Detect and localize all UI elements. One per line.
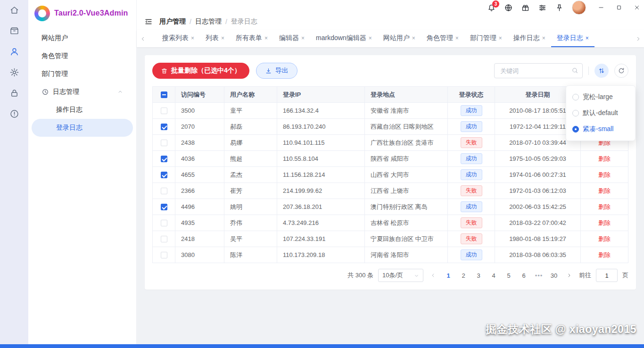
- lock-icon[interactable]: [6, 88, 22, 98]
- tab[interactable]: 部门管理 ×: [464, 30, 508, 47]
- delete-link[interactable]: 删除: [598, 155, 611, 162]
- tab[interactable]: markdown编辑器 ×: [310, 30, 378, 47]
- minimize-icon[interactable]: [598, 4, 604, 11]
- batch-delete-button[interactable]: 批量删除（已选中4个）: [152, 63, 249, 79]
- export-button[interactable]: 导出: [256, 63, 297, 79]
- table-row[interactable]: 2418 吴平 107.224.33.191 宁夏回族自治区 中卫市 失败 19…: [153, 231, 628, 247]
- tab-close-icon[interactable]: ×: [191, 35, 194, 41]
- tab[interactable]: 网站用户 ×: [378, 30, 421, 47]
- row-checkbox[interactable]: [161, 236, 167, 242]
- sliders-icon[interactable]: [538, 3, 547, 12]
- row-checkbox[interactable]: [161, 252, 167, 258]
- row-checkbox[interactable]: [161, 204, 167, 210]
- tab-label: 列表: [206, 34, 219, 42]
- users-icon[interactable]: [6, 46, 22, 57]
- tab[interactable]: 角色管理 ×: [421, 30, 464, 47]
- warning-icon[interactable]: [6, 108, 22, 119]
- sidebar-item-operation-log[interactable]: 操作日志: [32, 101, 133, 119]
- row-checkbox[interactable]: [161, 220, 167, 226]
- close-icon[interactable]: [634, 4, 640, 11]
- tab[interactable]: 所有表单 ×: [230, 30, 273, 47]
- row-checkbox[interactable]: [161, 172, 167, 178]
- sidebar-item-log-management[interactable]: 日志管理: [28, 83, 136, 101]
- sidebar-item-roles[interactable]: 角色管理: [28, 47, 136, 65]
- page-number[interactable]: 5: [504, 269, 514, 282]
- tabs-scroll-right-icon[interactable]: [632, 30, 644, 47]
- delete-link[interactable]: 删除: [598, 187, 611, 194]
- page-size-select[interactable]: 10条/页: [378, 269, 423, 282]
- tab[interactable]: 登录日志 ×: [551, 30, 594, 47]
- delete-link[interactable]: 删除: [598, 251, 611, 258]
- modules-icon[interactable]: [6, 25, 22, 36]
- maximize-icon[interactable]: [616, 4, 622, 11]
- sidebar-item-site-users[interactable]: 网站用户: [28, 29, 136, 47]
- page-number[interactable]: 3: [473, 269, 484, 282]
- cell-location: 安徽省 淮南市: [365, 103, 448, 119]
- table-row[interactable]: 4935 乔伟 4.73.249.216 吉林省 松原市 失败 2018-03-…: [153, 215, 628, 231]
- gift-icon[interactable]: [521, 3, 530, 12]
- next-page-button[interactable]: [564, 269, 574, 282]
- row-checkbox[interactable]: [161, 156, 167, 162]
- row-checkbox[interactable]: [161, 124, 167, 130]
- select-all-checkbox[interactable]: [161, 91, 167, 98]
- density-button[interactable]: [594, 64, 609, 78]
- pin-icon[interactable]: [555, 3, 564, 12]
- page-number[interactable]: 30: [549, 269, 559, 282]
- table-row[interactable]: 4655 孟杰 11.156.128.214 山西省 大同市 成功 1974-0…: [153, 167, 628, 183]
- table-row[interactable]: 2070 郝磊 86.193.170.240 西藏自治区 日喀则地区 成功 19…: [153, 119, 628, 135]
- tab-close-icon[interactable]: ×: [412, 35, 415, 41]
- table-row[interactable]: 4036 熊超 110.55.8.104 陕西省 咸阳市 成功 1975-10-…: [153, 151, 628, 167]
- tab-close-icon[interactable]: ×: [369, 35, 372, 41]
- pager-ellipsis[interactable]: •••: [534, 269, 544, 282]
- globe-icon[interactable]: [504, 3, 513, 12]
- tab[interactable]: 列表 ×: [200, 30, 230, 47]
- delete-link[interactable]: 删除: [598, 171, 611, 178]
- row-checkbox[interactable]: [161, 108, 167, 114]
- tab-close-icon[interactable]: ×: [542, 35, 545, 41]
- sidebar-item-login-log[interactable]: 登录日志: [32, 119, 133, 137]
- delete-link[interactable]: 删除: [598, 203, 611, 210]
- home-icon[interactable]: [6, 5, 22, 15]
- bell-icon[interactable]: 3: [487, 3, 496, 12]
- breadcrumb-item[interactable]: 用户管理: [159, 17, 186, 26]
- cell-location: 广西壮族自治区 贵港市: [365, 135, 448, 151]
- prev-page-button[interactable]: [428, 269, 438, 282]
- tab[interactable]: 搜索列表 ×: [157, 30, 200, 47]
- table-row[interactable]: 3080 陈洋 110.173.209.18 河南省 洛阳市 成功 2018-0…: [153, 247, 628, 263]
- tab-close-icon[interactable]: ×: [264, 35, 268, 41]
- gear-icon[interactable]: [6, 67, 22, 77]
- tab-close-icon[interactable]: ×: [586, 35, 589, 41]
- delete-link[interactable]: 删除: [598, 219, 611, 226]
- tabs-scroll-left-icon[interactable]: [137, 30, 149, 47]
- search-input[interactable]: [494, 63, 583, 78]
- row-checkbox[interactable]: [161, 140, 167, 146]
- tab-close-icon[interactable]: ×: [455, 35, 459, 41]
- tab[interactable]: 编辑器 ×: [273, 30, 310, 47]
- tab-close-icon[interactable]: ×: [301, 35, 305, 41]
- tab-close-icon[interactable]: ×: [221, 35, 224, 41]
- density-option-large[interactable]: 宽松-large: [566, 89, 635, 105]
- page-number[interactable]: 1: [443, 269, 454, 282]
- table-row[interactable]: 2366 崔芳 214.199.99.62 江西省 上饶市 失败 1972-01…: [153, 183, 628, 199]
- goto-page-input[interactable]: [596, 269, 618, 282]
- tab-close-icon[interactable]: ×: [499, 35, 502, 41]
- density-option-small[interactable]: 紧凑-small: [566, 121, 635, 137]
- refresh-icon: [618, 67, 625, 75]
- page-number[interactable]: 2: [458, 269, 469, 282]
- cell-username: 孟杰: [224, 167, 277, 183]
- logo[interactable]: Tauri2.0-Vue3Admin: [28, 0, 136, 26]
- sidebar-item-departments[interactable]: 部门管理: [28, 65, 136, 83]
- refresh-button[interactable]: [614, 64, 628, 78]
- table-row[interactable]: 4496 姚明 207.36.18.201 澳门特别行政区 离岛 成功 2002…: [153, 199, 628, 215]
- table-row[interactable]: 2438 易娜 110.94.101.115 广西壮族自治区 贵港市 失败 20…: [153, 135, 628, 151]
- page-number[interactable]: 4: [488, 269, 499, 282]
- tab[interactable]: 操作日志 ×: [508, 30, 551, 47]
- breadcrumb-item[interactable]: 日志管理: [195, 17, 222, 26]
- density-option-default[interactable]: 默认-default: [566, 105, 635, 121]
- row-checkbox[interactable]: [161, 188, 167, 194]
- page-number[interactable]: 6: [519, 269, 529, 282]
- avatar[interactable]: [572, 0, 586, 15]
- delete-link[interactable]: 删除: [598, 235, 611, 242]
- table-row[interactable]: 3500 童平 166.134.32.4 安徽省 淮南市 成功 2010-08-…: [153, 103, 628, 119]
- collapse-menu-icon[interactable]: [144, 17, 153, 26]
